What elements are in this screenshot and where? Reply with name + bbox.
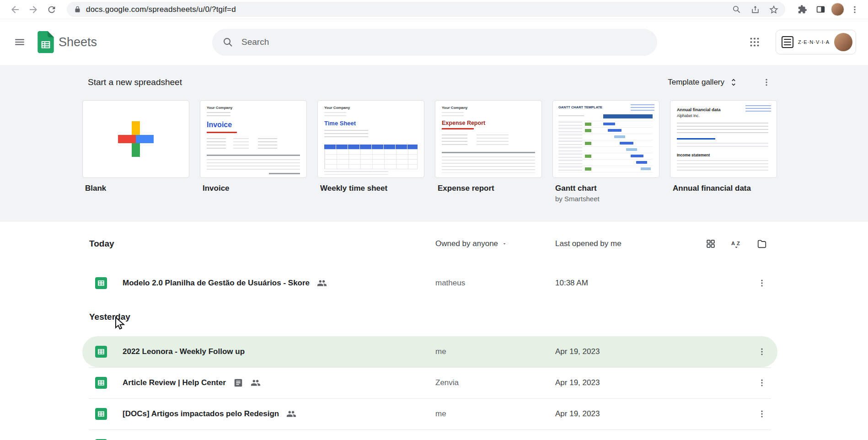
file-name: 2022 Leonora - Weekly Follow up xyxy=(123,347,245,356)
thumb-link-line xyxy=(677,138,715,140)
row-menu-icon[interactable] xyxy=(752,435,772,440)
template-card-gantt-chart[interactable]: GANTT CHART TEMPLATE xyxy=(552,100,659,203)
file-row[interactable]: Article Review | Help Center Zenvia Apr … xyxy=(82,367,777,398)
template-cards: Blank Your Company Invoice Invoice Your … xyxy=(82,100,868,203)
template-card-annual-financial-data[interactable]: Annual financial data Alphabet Inc. Inco… xyxy=(670,100,777,203)
svg-text:A: A xyxy=(731,241,735,246)
browser-profile-avatar[interactable] xyxy=(831,3,844,16)
row-menu-icon[interactable] xyxy=(752,404,772,424)
thumb-line xyxy=(324,130,368,139)
thumb-line xyxy=(207,138,226,150)
file-owner: Zenvia xyxy=(435,378,459,387)
file-row[interactable]: [DOCs] Artigos impactados pelo Redesign … xyxy=(82,398,777,429)
extensions-icon[interactable] xyxy=(794,2,810,17)
thumb-line xyxy=(442,156,535,173)
file-rows-today: Modelo 2.0 Planilha de Gestão de Usuário… xyxy=(82,268,777,299)
thumb-title: GANTT CHART TEMPLATE xyxy=(558,105,602,109)
bookmark-star-icon[interactable] xyxy=(767,3,781,16)
template-section: Start a new spreadsheet Template gallery… xyxy=(0,65,868,222)
template-card-label: Gantt chart xyxy=(555,184,659,193)
row-menu-icon[interactable] xyxy=(752,273,772,293)
thumb-line xyxy=(442,134,467,147)
forward-icon[interactable] xyxy=(26,2,41,17)
search-input[interactable] xyxy=(241,37,650,47)
sheets-logo-icon[interactable] xyxy=(38,31,54,53)
file-row-partial[interactable]: [Attention] Artigos impactados pelo Rede… xyxy=(82,429,777,440)
zoom-icon[interactable] xyxy=(729,3,743,16)
sheets-file-icon xyxy=(95,277,107,289)
time-sheet-thumbnail: Your Company Time Sheet xyxy=(317,100,424,178)
app-header-left: Sheets xyxy=(6,29,212,55)
file-last-opened: Apr 19, 2023 xyxy=(555,347,600,356)
thumb-table xyxy=(324,145,418,169)
template-section-title: Start a new spreadsheet xyxy=(88,77,182,87)
article-icon xyxy=(233,378,243,388)
account-box[interactable]: Z·E·N·V·I·A xyxy=(776,30,856,54)
file-row-highlighted[interactable]: 2022 Leonora - Weekly Follow up me Apr 1… xyxy=(82,336,777,367)
url-text: docs.google.com/spreadsheets/u/0/?tgif=d xyxy=(86,5,724,14)
last-opened-column-header[interactable]: Last opened by me xyxy=(555,239,622,248)
thumb-line xyxy=(677,143,768,149)
file-last-opened: 10:38 AM xyxy=(555,279,588,288)
template-card-invoice[interactable]: Your Company Invoice Invoice xyxy=(200,100,307,203)
thumb-company: Your Company xyxy=(207,106,232,110)
google-apps-icon[interactable] xyxy=(744,31,766,53)
grid-view-icon[interactable] xyxy=(702,235,720,253)
side-panel-icon[interactable] xyxy=(813,2,828,17)
thumb-line xyxy=(207,112,230,118)
file-name: Article Review | Help Center xyxy=(123,378,226,387)
thumb-line xyxy=(442,128,474,129)
file-owner: me xyxy=(435,409,446,419)
template-gallery-label: Template gallery xyxy=(668,78,724,87)
row-menu-icon[interactable] xyxy=(752,373,772,393)
chevron-down-icon xyxy=(502,241,507,247)
share-icon[interactable] xyxy=(748,3,762,16)
thumb-table-header xyxy=(603,114,653,118)
svg-text:Z: Z xyxy=(737,241,740,246)
file-last-opened: Apr 19, 2023 xyxy=(555,378,600,387)
template-gallery-button[interactable]: Template gallery xyxy=(663,74,743,91)
group-heading-yesterday: Yesterday xyxy=(89,312,130,322)
file-rows-yesterday: 2022 Leonora - Weekly Follow up me Apr 1… xyxy=(82,336,777,440)
thumb-company: Your Company xyxy=(324,106,350,110)
file-row[interactable]: Modelo 2.0 Planilha de Gestão de Usuário… xyxy=(82,268,777,299)
file-name: [DOCs] Artigos impactados pelo Redesign xyxy=(123,409,279,419)
thumb-line xyxy=(677,123,768,134)
thumb-title: Expense Report xyxy=(442,120,485,126)
thumb-title: Invoice xyxy=(207,121,232,129)
file-list-section: Today Owned by anyone Last opened by me … xyxy=(0,222,868,440)
account-avatar[interactable] xyxy=(834,33,852,51)
gantt-chart-thumbnail: GANTT CHART TEMPLATE xyxy=(552,100,659,178)
template-card-blank[interactable]: Blank xyxy=(82,100,189,203)
sheets-file-icon xyxy=(95,408,107,420)
thumb-title: Annual financial data xyxy=(677,107,721,112)
thumb-line xyxy=(324,171,388,175)
thumb-line xyxy=(207,155,300,156)
back-icon[interactable] xyxy=(7,2,23,17)
template-card-weekly-time-sheet[interactable]: Your Company Time Sheet Weekly time shee… xyxy=(317,100,424,203)
address-bar[interactable]: docs.google.com/spreadsheets/u/0/?tgif=d xyxy=(67,2,785,17)
unfold-more-icon xyxy=(729,78,738,87)
file-owner: matheus xyxy=(435,279,465,288)
group-heading-yesterday-wrap: Yesterday xyxy=(82,304,777,330)
sheets-file-icon xyxy=(95,377,107,389)
main-menu-icon[interactable] xyxy=(6,29,33,55)
thumb-company: Your Company xyxy=(442,106,467,110)
thumb-section-title: Income statement xyxy=(677,153,710,157)
search-bar[interactable] xyxy=(212,29,657,56)
thumb-line xyxy=(269,173,300,174)
template-card-expense-report[interactable]: Your Company Expense Report Expense repo… xyxy=(435,100,542,203)
owner-filter-label: Owned by anyone xyxy=(435,239,498,248)
thumb-gantt-rows xyxy=(558,121,653,174)
reload-icon[interactable] xyxy=(44,2,59,17)
browser-menu-icon[interactable] xyxy=(847,2,863,17)
thumb-line xyxy=(207,132,237,133)
thumb-line xyxy=(745,105,771,113)
sort-az-icon[interactable]: A Z xyxy=(727,235,745,253)
folder-icon[interactable] xyxy=(753,235,771,253)
group-heading-today: Today xyxy=(89,239,114,249)
row-menu-icon[interactable] xyxy=(752,342,772,362)
owner-filter-dropdown[interactable]: Owned by anyone xyxy=(435,239,507,248)
template-menu-icon[interactable] xyxy=(756,72,777,92)
zenvia-logo-icon xyxy=(782,36,793,48)
